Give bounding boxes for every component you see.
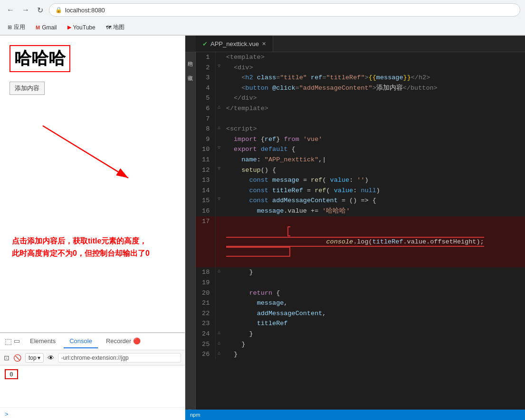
- table-row: 9 import {ref} from 'vue': [196, 134, 525, 145]
- gmail-icon: M: [36, 25, 40, 30]
- devtools-toolbar: ⊡ 🚫 top ▾ 👁: [0, 350, 185, 365]
- code-table: 1 <template> 2 ▽ <div> 3: [196, 52, 525, 360]
- editor-tabs: ✔ APP_nexttick.vue ✕: [185, 36, 525, 52]
- annotation-text: 点击添加内容后，获取title元素的高度，此时高度肯定不为0，但控制台却输出了0: [2, 230, 164, 264]
- back-button[interactable]: ←: [5, 4, 16, 16]
- apps-icon: ⊞: [8, 24, 12, 30]
- maps-icon: 🗺: [106, 25, 111, 30]
- address-bar[interactable]: 🔒 localhost:8080: [49, 3, 520, 17]
- browser-nav: ← → ↻ 🔒 localhost:8080: [0, 0, 525, 20]
- console-filter-input[interactable]: [58, 353, 181, 363]
- svg-line-0: [43, 126, 128, 178]
- table-row: 7: [196, 114, 525, 124]
- reload-button[interactable]: ↻: [35, 4, 45, 17]
- browser-chrome: ← → ↻ 🔒 localhost:8080 ⊞ 应用 M Gmail ▶ Yo…: [0, 0, 525, 36]
- clear-console-icon[interactable]: ⊡: [4, 354, 10, 362]
- table-row: 19: [196, 278, 525, 288]
- console-prompt-row: >: [0, 407, 185, 420]
- youtube-icon: ▶: [67, 24, 71, 30]
- bookmark-label: 地图: [113, 23, 124, 31]
- editor-tab-app[interactable]: ✔ APP_nexttick.vue ✕: [196, 36, 273, 52]
- arrow-svg: [14, 102, 166, 197]
- bookmark-label: YouTube: [73, 24, 95, 31]
- table-row: 14 const titleRef = ref( value: null): [196, 186, 525, 196]
- main-area: 哈哈哈 添加内容 点击添加内容后，获取title元素的高度，此时高度肯定不为0，…: [0, 36, 525, 420]
- console-output: 0: [0, 365, 185, 407]
- table-row: 13 const message = ref( value: ''): [196, 175, 525, 186]
- table-row: 24 △ }: [196, 329, 525, 339]
- console-line-0: 0: [5, 369, 180, 379]
- close-tab-icon[interactable]: ✕: [262, 41, 266, 47]
- bookmark-apps[interactable]: ⊞ 应用: [5, 22, 28, 32]
- table-row: 11 name: "APP_nexttick",|: [196, 155, 525, 165]
- address-text: localhost:8080: [65, 7, 105, 14]
- table-row: 21 message,: [196, 298, 525, 308]
- table-row: 4 <button @click="addMessageContent">添加内…: [196, 83, 525, 93]
- bookmark-youtube[interactable]: ▶ YouTube: [65, 23, 98, 32]
- table-row: 25 △ }: [196, 339, 525, 350]
- console-prompt[interactable]: >: [5, 411, 9, 418]
- table-row: 12 ▽ setup() {: [196, 165, 525, 176]
- table-row: 1 <template>: [196, 52, 525, 63]
- browser-page: 哈哈哈 添加内容 点击添加内容后，获取title元素的高度，此时高度肯定不为0，…: [0, 36, 185, 420]
- vue-icon: ✔: [202, 40, 208, 47]
- bookmark-gmail[interactable]: M Gmail: [33, 23, 60, 32]
- devtools-tabs: ⬚ ▭ Elements Console Recorder 🔴: [0, 333, 185, 350]
- forward-button[interactable]: →: [20, 4, 31, 16]
- bookmarks-bar: ⊞ 应用 M Gmail ▶ YouTube 🗺 地图: [0, 20, 525, 35]
- table-row: 5 </div>: [196, 93, 525, 103]
- devtools-select-icon[interactable]: ⬚: [5, 337, 12, 346]
- page-title: 哈哈哈: [10, 45, 70, 72]
- console-value: 0: [5, 369, 18, 379]
- table-row: 8 △ <script>: [196, 124, 525, 134]
- table-row: 20 return {: [196, 288, 525, 299]
- dropdown-arrow-icon: ▾: [38, 355, 40, 361]
- table-row: 10 ▽ export default {: [196, 144, 525, 155]
- tab-console[interactable]: Console: [64, 335, 98, 348]
- bookmark-label: 应用: [14, 23, 25, 31]
- tab-filename: APP_nexttick.vue: [210, 40, 259, 47]
- editor-area: ✔ APP_nexttick.vue ✕ 结构 收藏 收藏夹 1: [185, 36, 525, 420]
- table-row: 15 ▽ const addMessageContent = () => {: [196, 196, 525, 206]
- table-row: 6 △ </template>: [196, 103, 525, 114]
- table-row: 2 ▽ <div>: [196, 63, 525, 73]
- npm-label: npm: [190, 412, 200, 418]
- side-panel: 结构 收藏 收藏夹: [185, 52, 196, 410]
- npm-bar: npm: [185, 410, 525, 420]
- code-editor[interactable]: 1 <template> 2 ▽ <div> 3: [196, 52, 525, 410]
- table-row: 26 △ }: [196, 349, 525, 360]
- table-row: 3 <h2 class="title" ref="titleRef">{{mes…: [196, 73, 525, 83]
- top-context-selector[interactable]: top ▾: [25, 353, 44, 363]
- tab-elements[interactable]: Elements: [24, 335, 61, 348]
- bookmark-label: Gmail: [42, 24, 57, 31]
- devtools-device-icon[interactable]: ▭: [14, 337, 20, 346]
- eye-icon[interactable]: 👁: [48, 354, 54, 362]
- devtools-panel: ⬚ ▭ Elements Console Recorder 🔴 ⊡ 🚫 top: [0, 332, 185, 420]
- block-icon[interactable]: 🚫: [13, 354, 21, 362]
- page-content: 哈哈哈 添加内容 点击添加内容后，获取title元素的高度，此时高度肯定不为0，…: [0, 36, 185, 332]
- lock-icon: 🔒: [55, 7, 62, 13]
- bookmark-maps[interactable]: 🗺 地图: [103, 22, 127, 32]
- table-row-highlighted: 17 console.log(titleRef.value.offsetHeig…: [196, 216, 525, 268]
- table-row: 16 message.value += '哈哈哈': [196, 206, 525, 216]
- top-label: top: [29, 355, 37, 361]
- editor-body: 结构 收藏 收藏夹 1 <template>: [185, 52, 525, 410]
- add-content-button[interactable]: 添加内容: [10, 82, 45, 95]
- table-row: 22 addMessageContent,: [196, 308, 525, 319]
- tab-recorder[interactable]: Recorder 🔴: [100, 335, 146, 348]
- table-row: 23 titleRef: [196, 318, 525, 329]
- table-row: 18 △ }: [196, 267, 525, 278]
